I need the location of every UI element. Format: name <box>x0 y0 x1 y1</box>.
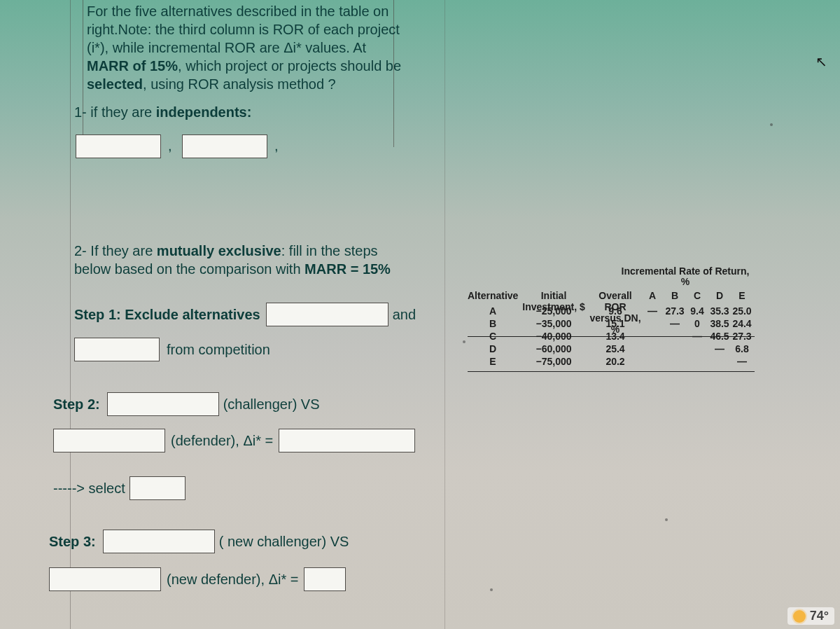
step2-select[interactable] <box>130 476 186 500</box>
q4b: , which project or projects should be <box>178 58 401 74</box>
step2-select-row: -----> select <box>53 476 186 500</box>
step3-defender-label: (new defender), Δi* = <box>167 572 298 588</box>
step3-defender[interactable] <box>49 567 161 591</box>
table-row: E−75,00020.2— <box>468 355 755 368</box>
question-line-2: right.Note: the third column is ROR of e… <box>87 21 400 39</box>
comma-2: , <box>274 137 279 155</box>
independent-answer-1[interactable] <box>76 134 161 158</box>
speck <box>463 340 465 343</box>
step1-from: from competition <box>167 342 270 358</box>
step2-row: Step 2: (challenger) VS <box>53 392 320 416</box>
step3-challenger-label: ( new challenger) VS <box>219 534 349 550</box>
step1-row-2: from competition <box>74 338 270 361</box>
independent-answer-2[interactable] <box>182 134 267 158</box>
p2c: : fill in the steps <box>281 243 378 258</box>
step2-row-2: (defender), Δi* = <box>53 429 415 452</box>
step2-challenger[interactable] <box>107 392 219 416</box>
step2-challenger-label: (challenger) VS <box>223 396 320 413</box>
q5b: , using ROR analysis method ? <box>143 76 336 92</box>
step2-label: Step 2: <box>53 396 100 413</box>
table-bottom-rule <box>468 371 755 372</box>
table-row: A−25,0009.6—27.39.435.325.0 <box>468 305 755 317</box>
temperature-value: 74° <box>810 609 829 623</box>
speck <box>490 588 493 591</box>
cursor-icon: ↖ <box>816 53 827 70</box>
step1-and: and <box>393 307 416 323</box>
question-line-5: selected, using ROR analysis method ? <box>87 76 336 93</box>
step1-row: Step 1: Exclude alternatives and <box>74 303 416 326</box>
worksheet-page: For the five alternatives described in t… <box>0 0 840 629</box>
speck <box>770 123 773 126</box>
table-row: B−35,00015.1—038.524.4 <box>468 317 755 330</box>
table-row: D−60,00025.4—6.8 <box>468 343 755 355</box>
part1-label: 1- if they are independents: <box>74 104 251 121</box>
marr-text: MARR of 15% <box>87 58 178 74</box>
question-line-1: For the five alternatives described in t… <box>87 3 388 20</box>
gridline <box>83 0 83 147</box>
speck <box>665 518 668 521</box>
gridline <box>444 0 445 629</box>
question-line-4: MARR of 15%, which project or projects s… <box>87 57 401 75</box>
step1-label: Step 1: Exclude alternatives <box>74 307 260 323</box>
step1-exclude-2[interactable] <box>74 338 160 361</box>
p2e: MARR = 15% <box>304 261 391 277</box>
p2b: mutually exclusive <box>157 243 281 258</box>
step3-label: Step 3: <box>49 534 96 550</box>
step2-defender-label: (defender), Δi* = <box>171 433 273 449</box>
step2-defender[interactable] <box>53 429 165 452</box>
step1-exclude-1[interactable] <box>266 303 388 326</box>
step3-delta-i[interactable] <box>304 567 346 591</box>
sun-icon <box>793 610 806 623</box>
comma-1: , <box>168 137 172 155</box>
step2-select-label: -----> select <box>53 481 125 497</box>
weather-widget[interactable]: 74° <box>788 607 834 625</box>
p1b: independents: <box>156 104 252 120</box>
part2-line-1: 2- If they are mutually exclusive: fill … <box>74 242 378 260</box>
table-row: C−40,00013.4—46.527.3 <box>468 330 755 343</box>
step3-row-2: (new defender), Δi* = <box>49 567 346 591</box>
table-body: A−25,0009.6—27.39.435.325.0B−35,00015.1—… <box>468 305 755 368</box>
step3-challenger[interactable] <box>103 530 215 553</box>
table-incr-title: Incremental Rate of Return, % <box>619 266 752 288</box>
selected-text: selected <box>87 76 143 92</box>
p2a: 2- If they are <box>74 243 157 258</box>
p1a: 1- if they are <box>74 104 156 120</box>
step2-delta-i[interactable] <box>279 429 415 452</box>
part2-line-2: below based on the comparison with MARR … <box>74 261 391 278</box>
p2d: below based on the comparison with <box>74 261 304 277</box>
question-line-3: (i*), while incremental ROR are Δi* valu… <box>87 39 366 57</box>
step3-row: Step 3: ( new challenger) VS <box>49 530 349 553</box>
